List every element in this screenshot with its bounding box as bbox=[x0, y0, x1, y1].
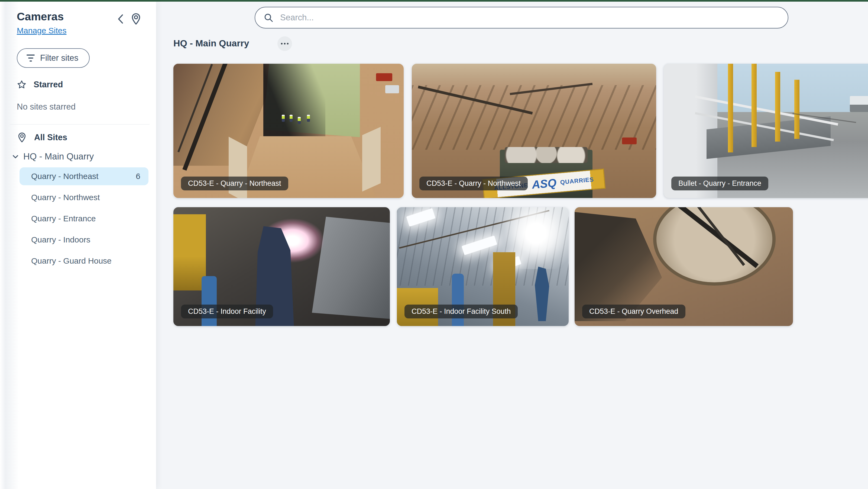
all-sites-label: All Sites bbox=[34, 133, 67, 142]
section-title: HQ - Main Quarry bbox=[174, 38, 249, 49]
all-sites-header[interactable]: All Sites bbox=[17, 132, 67, 143]
camera-count-badge: 6 bbox=[136, 172, 140, 181]
camera-tile-indoor-facility[interactable]: CD53-E - Indoor Facility bbox=[174, 207, 390, 326]
sidebar-item-label: Quarry - Guard House bbox=[31, 256, 112, 265]
map-view-button[interactable] bbox=[130, 12, 142, 26]
starred-empty-text: No sites starred bbox=[17, 102, 75, 112]
sidebar-item-quarry-guard-house[interactable]: Quarry - Guard House bbox=[20, 252, 149, 270]
camera-name-badge: Bullet - Quarry - Entrance bbox=[671, 177, 768, 191]
cameras-app: Cameras Manage Sites Filter sites Starre… bbox=[0, 0, 868, 489]
sidebar-item-label: Quarry - Entrance bbox=[31, 214, 96, 223]
sidebar: Cameras Manage Sites Filter sites Starre… bbox=[0, 2, 156, 489]
camera-tile-indoor-facility-south[interactable]: CD53-E - Indoor Facility South bbox=[397, 207, 569, 326]
starred-section-header[interactable]: Starred bbox=[17, 80, 63, 89]
camera-tile-quarry-northeast[interactable]: CD53-E - Quarry - Northeast bbox=[174, 64, 404, 198]
sidebar-item-quarry-indoors[interactable]: Quarry - Indoors bbox=[20, 231, 149, 249]
site-group-label: HQ - Main Quarry bbox=[23, 151, 94, 162]
ellipsis-icon bbox=[281, 43, 288, 45]
starred-label: Starred bbox=[34, 80, 63, 89]
site-group-hq-main-quarry[interactable]: HQ - Main Quarry bbox=[12, 151, 94, 162]
star-icon bbox=[17, 80, 27, 89]
camera-name-badge: CD53-E - Quarry - Northwest bbox=[420, 177, 528, 191]
page-title: Cameras bbox=[17, 10, 64, 23]
sidebar-item-quarry-northeast[interactable]: Quarry - Northeast 6 bbox=[20, 167, 149, 185]
collapse-sidebar-button[interactable] bbox=[117, 14, 124, 24]
filter-sites-label: Filter sites bbox=[40, 53, 78, 63]
chevron-left-icon bbox=[117, 14, 124, 24]
sidebar-item-label: Quarry - Northeast bbox=[31, 172, 98, 181]
sidebar-item-quarry-entrance[interactable]: Quarry - Entrance bbox=[20, 210, 149, 228]
sidebar-item-label: Quarry - Indoors bbox=[31, 235, 90, 244]
camera-name-badge: CD53-E - Indoor Facility bbox=[181, 305, 273, 318]
filter-icon bbox=[27, 55, 35, 62]
manage-sites-link[interactable]: Manage Sites bbox=[17, 26, 66, 35]
location-pin-icon bbox=[17, 132, 27, 143]
camera-name-badge: CD53-E - Quarry - Northeast bbox=[181, 177, 288, 191]
sidebar-item-label: Quarry - Northwest bbox=[31, 193, 100, 202]
search-input[interactable] bbox=[280, 13, 780, 23]
chevron-down-icon bbox=[12, 153, 19, 160]
section-menu-button[interactable] bbox=[277, 36, 292, 51]
camera-name-badge: CD53-E - Quarry Overhead bbox=[582, 305, 685, 318]
camera-tile-quarry-overhead[interactable]: CD53-E - Quarry Overhead bbox=[575, 207, 793, 326]
search-bar[interactable] bbox=[255, 7, 788, 28]
camera-tile-quarry-northwest[interactable]: ALLSTONE ASQ QUARRIES CD53-E - Quarry - … bbox=[412, 64, 656, 198]
location-pin-icon bbox=[130, 12, 142, 26]
camera-name-badge: CD53-E - Indoor Facility South bbox=[404, 305, 518, 318]
sidebar-item-quarry-northwest[interactable]: Quarry - Northwest bbox=[20, 189, 149, 206]
filter-sites-button[interactable]: Filter sites bbox=[17, 48, 90, 68]
camera-tile-quarry-entrance[interactable]: Bullet - Quarry - Entrance bbox=[664, 64, 868, 198]
search-icon bbox=[263, 12, 274, 23]
sidebar-divider bbox=[10, 124, 150, 124]
site-camera-list: Quarry - Northeast 6 Quarry - Northwest … bbox=[20, 167, 149, 273]
